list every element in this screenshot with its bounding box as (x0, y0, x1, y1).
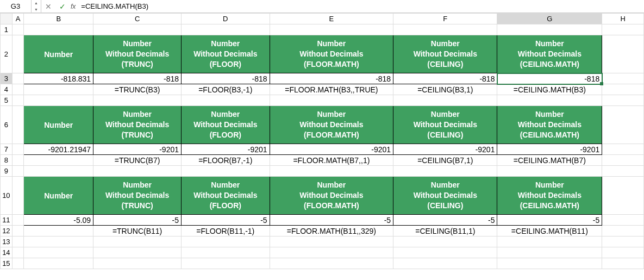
result-trunc-2[interactable]: -5 (93, 215, 182, 226)
result-floormath-2[interactable]: -5 (270, 215, 393, 226)
cell[interactable] (182, 24, 270, 35)
col-header-G[interactable]: G (497, 14, 602, 24)
cell[interactable] (393, 247, 497, 258)
result-ceiling-2[interactable]: -5 (393, 215, 497, 226)
cell[interactable] (24, 166, 93, 177)
col-header-B[interactable]: B (24, 14, 93, 24)
cell[interactable] (270, 237, 393, 247)
row-header-11[interactable]: 11 (1, 215, 12, 226)
cell[interactable] (12, 24, 23, 35)
col-header-E[interactable]: E (270, 14, 393, 24)
cell[interactable] (602, 226, 644, 237)
cell[interactable] (93, 166, 182, 177)
row-header-13[interactable]: 13 (1, 237, 12, 247)
cell[interactable] (270, 95, 393, 106)
input-value-0[interactable]: -818.831 (24, 73, 93, 84)
cell[interactable] (602, 258, 644, 269)
row-header-4[interactable]: 4 (1, 84, 12, 95)
check-icon[interactable]: ✓ (55, 0, 70, 13)
formula-floor-2[interactable]: =FLOOR(B11,-1) (182, 226, 270, 237)
cell[interactable] (270, 258, 393, 269)
name-box-stepper[interactable]: ▲ ▼ (32, 0, 41, 13)
cell[interactable] (93, 247, 182, 258)
result-ceiling-0[interactable]: -818 (393, 73, 497, 84)
formula-ceilingmath-2[interactable]: =CEILING.MATH(B11) (497, 226, 602, 237)
cell[interactable] (602, 106, 644, 144)
cell-A9[interactable] (12, 166, 23, 177)
cell-A3[interactable] (12, 73, 23, 84)
row-header-3[interactable]: 3 (1, 73, 12, 84)
col-header-H[interactable]: H (602, 14, 644, 24)
cell[interactable] (602, 247, 644, 258)
cell-A11[interactable] (12, 215, 23, 226)
cell[interactable] (182, 258, 270, 269)
cell[interactable] (602, 35, 644, 73)
cell[interactable] (602, 237, 644, 247)
cell[interactable] (497, 95, 602, 106)
cell[interactable] (602, 95, 644, 106)
cell-A8[interactable] (12, 155, 23, 166)
formula-trunc-1[interactable]: =TRUNC(B7) (93, 155, 182, 166)
select-all-corner[interactable] (1, 14, 12, 24)
cell-A5[interactable] (12, 95, 23, 106)
cell-A14[interactable] (12, 247, 23, 258)
cell[interactable] (24, 258, 93, 269)
cell[interactable] (497, 24, 602, 35)
formula-ceilingmath-1[interactable]: =CEILING.MATH(B7) (497, 155, 602, 166)
cell-A10[interactable] (12, 177, 23, 215)
formula-floormath-0[interactable]: =FLOOR.MATH(B3,,TRUE) (270, 84, 393, 95)
row-header-7[interactable]: 7 (1, 144, 12, 155)
result-ceilingmath-1[interactable]: -9201 (497, 144, 602, 155)
cell-A12[interactable] (12, 226, 23, 237)
formula-trunc-0[interactable]: =TRUNC(B3) (93, 84, 182, 95)
formula-floormath-2[interactable]: =FLOOR.MATH(B11,,329) (270, 226, 393, 237)
cell[interactable] (393, 95, 497, 106)
cell[interactable] (393, 258, 497, 269)
result-floor-0[interactable]: -818 (182, 73, 270, 84)
spreadsheet-grid[interactable]: A B C D E F G H 12NumberNumberWithout De… (0, 13, 644, 269)
chevron-down-icon[interactable]: ▼ (32, 7, 41, 13)
cell[interactable] (602, 166, 644, 177)
cell-A7[interactable] (12, 144, 23, 155)
cell[interactable] (24, 247, 93, 258)
row-header-5[interactable]: 5 (1, 95, 12, 106)
row-header-14[interactable]: 14 (1, 247, 12, 258)
cell[interactable] (602, 84, 644, 95)
result-trunc-0[interactable]: -818 (93, 73, 182, 84)
col-header-D[interactable]: D (182, 14, 270, 24)
row-header-10[interactable]: 10 (1, 177, 12, 215)
cell-A13[interactable] (12, 237, 23, 247)
result-ceilingmath-0[interactable]: -818 (497, 73, 602, 84)
row-header-15[interactable]: 15 (1, 258, 12, 269)
cell[interactable] (497, 247, 602, 258)
col-header-A[interactable]: A (12, 14, 23, 24)
cell[interactable] (602, 177, 644, 215)
row-header-2[interactable]: 2 (1, 35, 12, 73)
row-header-8[interactable]: 8 (1, 155, 12, 166)
row-header-1[interactable]: 1 (1, 24, 12, 35)
cell[interactable] (24, 84, 93, 95)
cell-A15[interactable] (12, 258, 23, 269)
cell[interactable] (602, 144, 644, 155)
formula-ceiling-2[interactable]: =CEILING(B11,1) (393, 226, 497, 237)
cell[interactable] (497, 258, 602, 269)
col-header-F[interactable]: F (393, 14, 497, 24)
cell[interactable] (497, 166, 602, 177)
formula-trunc-2[interactable]: =TRUNC(B11) (93, 226, 182, 237)
result-ceilingmath-2[interactable]: -5 (497, 215, 602, 226)
cell[interactable] (182, 166, 270, 177)
cell[interactable] (93, 258, 182, 269)
result-ceiling-1[interactable]: -9201 (393, 144, 497, 155)
formula-ceiling-1[interactable]: =CEILING(B7,1) (393, 155, 497, 166)
cell[interactable] (270, 247, 393, 258)
row-header-6[interactable]: 6 (1, 106, 12, 144)
cell[interactable] (93, 24, 182, 35)
cell[interactable] (182, 247, 270, 258)
cell[interactable] (24, 237, 93, 247)
formula-floormath-1[interactable]: =FLOOR.MATH(B7,,1) (270, 155, 393, 166)
cell[interactable] (182, 237, 270, 247)
cell[interactable] (393, 166, 497, 177)
formula-ceilingmath-0[interactable]: =CEILING.MATH(B3) (497, 84, 602, 95)
result-trunc-1[interactable]: -9201 (93, 144, 182, 155)
cell[interactable] (24, 155, 93, 166)
